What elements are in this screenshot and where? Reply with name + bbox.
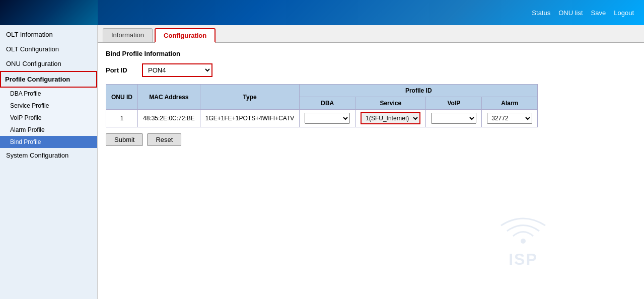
section-title: Bind Profile Information [106, 50, 636, 57]
cell-mac-address: 48:35:2E:0C:72:BE [138, 110, 200, 127]
main-content: Information Configuration Bind Profile I… [98, 25, 644, 299]
sidebar-item-voip-profile[interactable]: VoIP Profile [0, 112, 97, 124]
content-area: Bind Profile Information Port ID PON1 PO… [98, 43, 644, 153]
service-select[interactable]: 1(SFU_Internet) [361, 112, 420, 124]
sidebar-item-service-profile[interactable]: Service Profile [0, 100, 97, 112]
col-alarm: Alarm [482, 97, 538, 110]
alarm-select[interactable]: 32772 [487, 113, 532, 124]
sidebar-profile-configuration[interactable]: Profile Configuration [0, 71, 97, 88]
cell-voip [426, 110, 482, 127]
tab-bar: Information Configuration [98, 25, 644, 43]
btn-row: Submit Reset [106, 133, 636, 146]
sidebar: OLT Information OLT Configuration ONU Co… [0, 25, 98, 299]
table-row: 148:35:2E:0C:72:BE1GE+1FE+1POTS+4WIFI+CA… [106, 110, 538, 127]
layout: OLT Information OLT Configuration ONU Co… [0, 25, 644, 299]
submit-button[interactable]: Submit [106, 133, 143, 146]
cell-onu-id: 1 [106, 110, 138, 127]
cell-alarm: 32772 [482, 110, 538, 127]
header: Status ONU list Save Logout [0, 0, 644, 25]
bind-profile-table: ONU ID MAC Address Type Profile ID DBA S… [106, 84, 538, 127]
sidebar-item-alarm-profile[interactable]: Alarm Profile [0, 124, 97, 136]
port-id-row: Port ID PON1 PON2 PON3 PON4 PON5 PON6 PO… [106, 63, 636, 77]
col-service: Service [355, 97, 426, 110]
col-dba: DBA [300, 97, 355, 110]
sidebar-item-onu-configuration[interactable]: ONU Configuration [0, 56, 97, 71]
svg-point-0 [521, 239, 526, 244]
voip-select[interactable] [431, 113, 476, 124]
cell-type: 1GE+1FE+1POTS+4WIFI+CATV [200, 110, 300, 127]
sidebar-item-dba-profile[interactable]: DBA Profile [0, 88, 97, 100]
sidebar-item-olt-information[interactable]: OLT Information [0, 27, 97, 42]
nav-onu-list[interactable]: ONU list [558, 9, 583, 17]
cell-dba [300, 110, 355, 127]
nav-logout[interactable]: Logout [614, 9, 634, 17]
col-type: Type [200, 85, 300, 110]
sidebar-item-system-configuration[interactable]: System Configuration [0, 148, 97, 163]
cell-service: 1(SFU_Internet) [355, 110, 426, 127]
col-mac-address: MAC Address [138, 85, 200, 110]
header-nav: Status ONU list Save Logout [532, 9, 634, 17]
col-profile-id: Profile ID [300, 85, 538, 97]
nav-save[interactable]: Save [591, 9, 606, 17]
nav-status[interactable]: Status [532, 9, 550, 17]
col-onu-id: ONU ID [106, 85, 138, 110]
logo [0, 0, 98, 25]
port-id-select[interactable]: PON1 PON2 PON3 PON4 PON5 PON6 PON7 PON8 [142, 63, 212, 77]
dba-select[interactable] [305, 113, 350, 124]
sidebar-item-olt-configuration[interactable]: OLT Configuration [0, 42, 97, 56]
sidebar-item-bind-profile[interactable]: Bind Profile [0, 136, 97, 148]
tab-configuration[interactable]: Configuration [155, 28, 216, 43]
tab-information[interactable]: Information [103, 28, 153, 42]
reset-button[interactable]: Reset [147, 133, 181, 146]
port-id-label: Port ID [106, 66, 136, 74]
col-voip: VoIP [426, 97, 482, 110]
